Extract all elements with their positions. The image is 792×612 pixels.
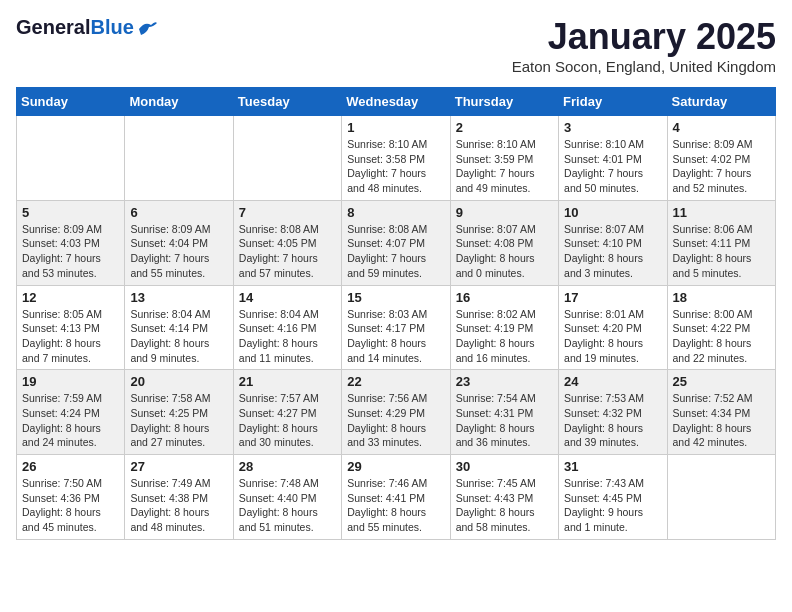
day-number: 24 [564,374,661,389]
cell-data: Sunrise: 7:46 AMSunset: 4:41 PMDaylight:… [347,476,444,535]
cell-data: Sunrise: 7:48 AMSunset: 4:40 PMDaylight:… [239,476,336,535]
day-number: 14 [239,290,336,305]
cell-data: Sunrise: 8:05 AMSunset: 4:13 PMDaylight:… [22,307,119,366]
calendar-cell [17,116,125,201]
calendar-table: SundayMondayTuesdayWednesdayThursdayFrid… [16,87,776,540]
cell-data: Sunrise: 8:04 AMSunset: 4:14 PMDaylight:… [130,307,227,366]
cell-data: Sunrise: 7:58 AMSunset: 4:25 PMDaylight:… [130,391,227,450]
day-number: 8 [347,205,444,220]
day-header-tuesday: Tuesday [233,88,341,116]
month-title: January 2025 [512,16,776,58]
calendar-week-row: 19Sunrise: 7:59 AMSunset: 4:24 PMDayligh… [17,370,776,455]
calendar-cell: 25Sunrise: 7:52 AMSunset: 4:34 PMDayligh… [667,370,775,455]
day-number: 16 [456,290,553,305]
calendar-cell: 21Sunrise: 7:57 AMSunset: 4:27 PMDayligh… [233,370,341,455]
cell-data: Sunrise: 8:10 AMSunset: 4:01 PMDaylight:… [564,137,661,196]
day-number: 26 [22,459,119,474]
calendar-cell [125,116,233,201]
cell-data: Sunrise: 7:54 AMSunset: 4:31 PMDaylight:… [456,391,553,450]
day-header-friday: Friday [559,88,667,116]
cell-data: Sunrise: 8:00 AMSunset: 4:22 PMDaylight:… [673,307,770,366]
calendar-cell [233,116,341,201]
day-header-saturday: Saturday [667,88,775,116]
day-header-sunday: Sunday [17,88,125,116]
day-number: 31 [564,459,661,474]
day-number: 25 [673,374,770,389]
calendar-cell: 7Sunrise: 8:08 AMSunset: 4:05 PMDaylight… [233,200,341,285]
cell-data: Sunrise: 7:45 AMSunset: 4:43 PMDaylight:… [456,476,553,535]
day-number: 9 [456,205,553,220]
cell-data: Sunrise: 7:43 AMSunset: 4:45 PMDaylight:… [564,476,661,535]
calendar-cell: 2Sunrise: 8:10 AMSunset: 3:59 PMDaylight… [450,116,558,201]
logo-bird-icon [137,19,159,37]
cell-data: Sunrise: 8:02 AMSunset: 4:19 PMDaylight:… [456,307,553,366]
cell-data: Sunrise: 8:09 AMSunset: 4:03 PMDaylight:… [22,222,119,281]
calendar-cell: 23Sunrise: 7:54 AMSunset: 4:31 PMDayligh… [450,370,558,455]
cell-data: Sunrise: 8:08 AMSunset: 4:07 PMDaylight:… [347,222,444,281]
calendar-cell: 18Sunrise: 8:00 AMSunset: 4:22 PMDayligh… [667,285,775,370]
calendar-week-row: 1Sunrise: 8:10 AMSunset: 3:58 PMDaylight… [17,116,776,201]
calendar-cell: 31Sunrise: 7:43 AMSunset: 4:45 PMDayligh… [559,455,667,540]
calendar-cell: 16Sunrise: 8:02 AMSunset: 4:19 PMDayligh… [450,285,558,370]
day-number: 18 [673,290,770,305]
cell-data: Sunrise: 8:10 AMSunset: 3:58 PMDaylight:… [347,137,444,196]
cell-data: Sunrise: 8:03 AMSunset: 4:17 PMDaylight:… [347,307,444,366]
cell-data: Sunrise: 7:52 AMSunset: 4:34 PMDaylight:… [673,391,770,450]
day-number: 21 [239,374,336,389]
day-number: 30 [456,459,553,474]
calendar-week-row: 12Sunrise: 8:05 AMSunset: 4:13 PMDayligh… [17,285,776,370]
calendar-cell: 4Sunrise: 8:09 AMSunset: 4:02 PMDaylight… [667,116,775,201]
calendar-cell: 10Sunrise: 8:07 AMSunset: 4:10 PMDayligh… [559,200,667,285]
calendar-header-row: SundayMondayTuesdayWednesdayThursdayFrid… [17,88,776,116]
day-number: 6 [130,205,227,220]
cell-data: Sunrise: 7:53 AMSunset: 4:32 PMDaylight:… [564,391,661,450]
cell-data: Sunrise: 8:07 AMSunset: 4:08 PMDaylight:… [456,222,553,281]
cell-data: Sunrise: 8:01 AMSunset: 4:20 PMDaylight:… [564,307,661,366]
logo: GeneralBlue [16,16,159,39]
calendar-cell: 3Sunrise: 8:10 AMSunset: 4:01 PMDaylight… [559,116,667,201]
calendar-cell: 22Sunrise: 7:56 AMSunset: 4:29 PMDayligh… [342,370,450,455]
calendar-cell: 1Sunrise: 8:10 AMSunset: 3:58 PMDaylight… [342,116,450,201]
calendar-cell: 11Sunrise: 8:06 AMSunset: 4:11 PMDayligh… [667,200,775,285]
calendar-cell: 15Sunrise: 8:03 AMSunset: 4:17 PMDayligh… [342,285,450,370]
title-section: January 2025 Eaton Socon, England, Unite… [512,16,776,75]
calendar-cell: 13Sunrise: 8:04 AMSunset: 4:14 PMDayligh… [125,285,233,370]
location: Eaton Socon, England, United Kingdom [512,58,776,75]
cell-data: Sunrise: 7:57 AMSunset: 4:27 PMDaylight:… [239,391,336,450]
page-header: GeneralBlue January 2025 Eaton Socon, En… [16,16,776,75]
day-number: 19 [22,374,119,389]
calendar-cell: 9Sunrise: 8:07 AMSunset: 4:08 PMDaylight… [450,200,558,285]
cell-data: Sunrise: 8:09 AMSunset: 4:04 PMDaylight:… [130,222,227,281]
day-number: 15 [347,290,444,305]
calendar-cell: 6Sunrise: 8:09 AMSunset: 4:04 PMDaylight… [125,200,233,285]
calendar-cell: 12Sunrise: 8:05 AMSunset: 4:13 PMDayligh… [17,285,125,370]
cell-data: Sunrise: 8:08 AMSunset: 4:05 PMDaylight:… [239,222,336,281]
day-number: 29 [347,459,444,474]
cell-data: Sunrise: 8:09 AMSunset: 4:02 PMDaylight:… [673,137,770,196]
day-number: 27 [130,459,227,474]
day-number: 1 [347,120,444,135]
day-number: 3 [564,120,661,135]
calendar-cell: 8Sunrise: 8:08 AMSunset: 4:07 PMDaylight… [342,200,450,285]
logo-general: GeneralBlue [16,16,134,39]
calendar-cell: 17Sunrise: 8:01 AMSunset: 4:20 PMDayligh… [559,285,667,370]
calendar-cell: 30Sunrise: 7:45 AMSunset: 4:43 PMDayligh… [450,455,558,540]
cell-data: Sunrise: 7:50 AMSunset: 4:36 PMDaylight:… [22,476,119,535]
calendar-cell: 5Sunrise: 8:09 AMSunset: 4:03 PMDaylight… [17,200,125,285]
day-number: 17 [564,290,661,305]
day-number: 10 [564,205,661,220]
calendar-cell: 24Sunrise: 7:53 AMSunset: 4:32 PMDayligh… [559,370,667,455]
cell-data: Sunrise: 8:10 AMSunset: 3:59 PMDaylight:… [456,137,553,196]
calendar-cell: 20Sunrise: 7:58 AMSunset: 4:25 PMDayligh… [125,370,233,455]
day-number: 7 [239,205,336,220]
calendar-cell [667,455,775,540]
day-header-monday: Monday [125,88,233,116]
calendar-cell: 19Sunrise: 7:59 AMSunset: 4:24 PMDayligh… [17,370,125,455]
day-number: 23 [456,374,553,389]
calendar-cell: 26Sunrise: 7:50 AMSunset: 4:36 PMDayligh… [17,455,125,540]
calendar-week-row: 5Sunrise: 8:09 AMSunset: 4:03 PMDaylight… [17,200,776,285]
cell-data: Sunrise: 7:59 AMSunset: 4:24 PMDaylight:… [22,391,119,450]
cell-data: Sunrise: 7:49 AMSunset: 4:38 PMDaylight:… [130,476,227,535]
cell-data: Sunrise: 7:56 AMSunset: 4:29 PMDaylight:… [347,391,444,450]
day-number: 28 [239,459,336,474]
